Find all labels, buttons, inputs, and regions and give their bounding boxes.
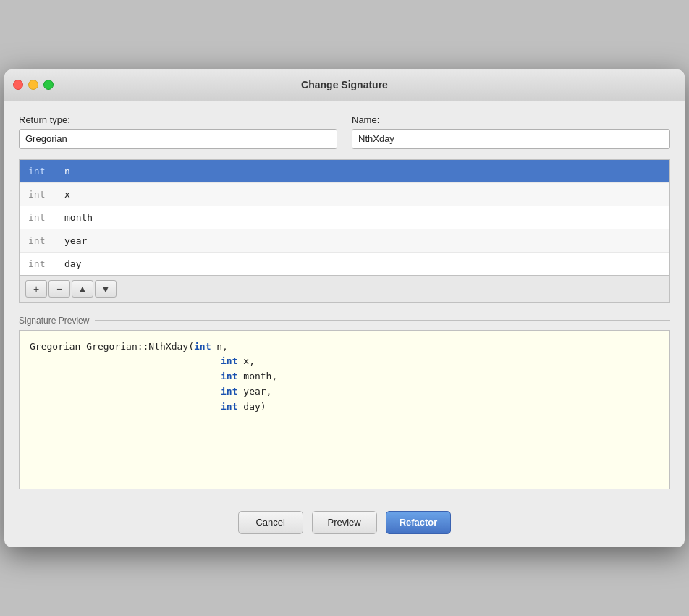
form-row: Return type: Name: — [19, 114, 670, 149]
return-type-label: Return type: — [19, 114, 337, 125]
name-group: Name: — [352, 114, 670, 149]
param-name: x — [64, 189, 70, 200]
sig-keyword: int — [221, 386, 237, 397]
move-down-button[interactable]: ▼ — [95, 280, 117, 298]
param-row[interactable]: int month — [20, 206, 669, 229]
param-row[interactable]: int x — [20, 183, 669, 206]
sig-line-1: Gregorian Gregorian::NthXday(int n, — [30, 339, 659, 355]
return-type-group: Return type: — [19, 114, 337, 149]
return-type-input[interactable] — [19, 129, 337, 149]
cancel-button[interactable]: Cancel — [238, 511, 303, 534]
param-type: int — [28, 258, 64, 269]
remove-param-button[interactable]: − — [48, 280, 70, 298]
sig-param: x, — [237, 355, 254, 366]
sig-keyword: int — [221, 371, 237, 381]
param-name: n — [64, 166, 70, 177]
sig-line-3: int month, — [30, 369, 659, 384]
param-row[interactable]: int year — [20, 229, 669, 253]
button-row: Cancel Preview Refactor — [4, 501, 685, 547]
param-row[interactable]: int n — [20, 160, 669, 183]
name-label: Name: — [352, 114, 670, 125]
add-param-button[interactable]: + — [25, 280, 47, 298]
name-input[interactable] — [352, 129, 670, 149]
dialog-content: Return type: Name: int n int x int month — [4, 101, 685, 501]
minimize-button[interactable] — [28, 80, 38, 90]
sig-keyword: int — [221, 401, 237, 412]
param-type: int — [28, 189, 64, 200]
sig-prefix: Gregorian Gregorian::NthXday( — [30, 341, 194, 352]
sig-keyword: int — [194, 341, 211, 352]
param-name: year — [64, 235, 87, 246]
maximize-button[interactable] — [43, 80, 54, 90]
dialog-window: Change Signature Return type: Name: int … — [4, 69, 685, 547]
sig-param: n, — [211, 341, 227, 352]
signature-preview-box: Gregorian Gregorian::NthXday(int n, int … — [19, 330, 670, 489]
move-up-button[interactable]: ▲ — [72, 280, 93, 298]
param-name: day — [64, 258, 81, 269]
refactor-button[interactable]: Refactor — [386, 511, 452, 534]
signature-preview-section: Signature Preview Gregorian Gregorian::N… — [19, 316, 670, 489]
sig-param: year, — [237, 386, 271, 397]
sig-param: day) — [237, 401, 266, 412]
sig-param: month, — [237, 371, 277, 381]
params-table: int n int x int month int year int day — [19, 159, 670, 276]
window-title: Change Signature — [301, 79, 388, 90]
param-type: int — [28, 166, 64, 177]
sig-keyword: int — [221, 355, 237, 366]
title-bar: Change Signature — [4, 69, 685, 101]
param-name: month — [64, 212, 93, 223]
params-toolbar: + − ▲ ▼ — [19, 276, 670, 303]
sig-line-2: int x, — [30, 354, 659, 369]
section-label: Signature Preview — [19, 316, 670, 326]
param-row[interactable]: int day — [20, 253, 669, 275]
param-type: int — [28, 212, 64, 223]
close-button[interactable] — [13, 80, 23, 90]
param-type: int — [28, 235, 64, 246]
preview-button[interactable]: Preview — [312, 511, 377, 534]
sig-line-5: int day) — [30, 400, 659, 415]
sig-line-4: int year, — [30, 384, 659, 400]
traffic-lights — [13, 80, 54, 90]
